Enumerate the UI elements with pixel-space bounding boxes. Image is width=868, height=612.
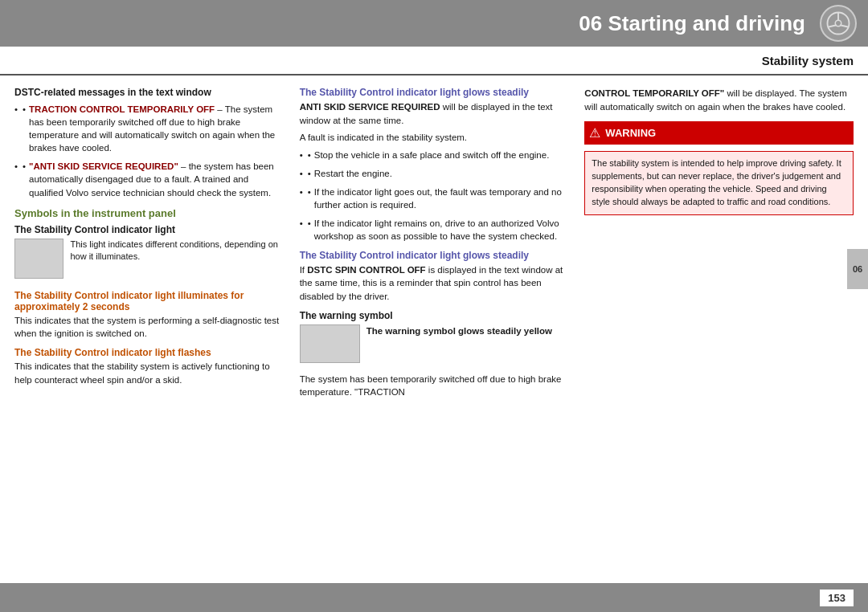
system-off-text: The system has been temporarily switched… — [300, 373, 569, 399]
spin-heading: The Stability Control indicator light gl… — [300, 250, 569, 261]
steering-wheel-icon — [820, 5, 857, 42]
middle-column: The Stability Control indicator light gl… — [292, 87, 577, 572]
warning-symbol-glows: The warning symbol glows steadily yellow — [366, 324, 552, 337]
stability-bullet-4: •If the indicator light remains on, driv… — [300, 217, 569, 243]
main-content: DSTC-related messages in the text window… — [0, 75, 868, 583]
flashes-body: This indicates that the stability system… — [14, 360, 284, 386]
antiskid-line: ANTI SKID SERVICE REQUIRED will be displ… — [300, 100, 569, 127]
svg-line-3 — [829, 25, 837, 27]
symbols-heading: Symbols in the instrument panel — [14, 207, 284, 219]
dstc-bullet-list: • TRACTION CONTROL TEMPORARILY OFF – The… — [14, 103, 284, 199]
warning-symbol-heading: The warning symbol — [300, 310, 569, 321]
dstc-heading: DSTC-related messages in the text window — [14, 87, 284, 98]
stability-bullet-list: •Stop the vehicle in a safe place and sw… — [300, 149, 569, 243]
dstc-bullet-2: • "ANTI SKID SERVICE REQUIRED" – the sys… — [14, 160, 284, 198]
stability-bullet-3: •If the indicator light goes out, the fa… — [300, 186, 569, 211]
page-header: 06 Starting and driving — [0, 0, 868, 47]
stability-glows-heading: The Stability Control indicator light gl… — [300, 87, 569, 98]
dstc-bullet-1: • TRACTION CONTROL TEMPORARILY OFF – The… — [14, 103, 284, 154]
illuminates-heading: The Stability Control indicator light il… — [14, 290, 284, 312]
control-temp-text: CONTROL TEMPORARILY OFF" will be display… — [584, 87, 854, 113]
warning-container: ⚠ WARNING The stability system is intend… — [584, 121, 854, 215]
page-footer: 153 — [0, 583, 868, 612]
chapter-side-tab: 06 — [847, 249, 868, 289]
section-title: Stability system — [762, 54, 854, 67]
section-title-bar: Stability system — [0, 47, 868, 75]
fault-text: A fault is indicated in the stability sy… — [300, 131, 569, 145]
warning-symbol-image — [300, 324, 360, 363]
stability-control-heading: The Stability Control indicator light — [14, 224, 284, 235]
warning-label: WARNING — [605, 127, 656, 139]
page-number: 153 — [820, 590, 854, 606]
spin-body: If DSTC SPIN CONTROL OFF is displayed in… — [300, 263, 569, 304]
flashes-heading: The Stability Control indicator light fl… — [14, 347, 284, 358]
svg-line-4 — [840, 25, 848, 27]
chapter-title: 06 Starting and driving — [0, 11, 854, 36]
stability-bullet-1: •Stop the vehicle in a safe place and sw… — [300, 149, 569, 161]
control-temp-bold: CONTROL TEMPORARILY OFF" — [584, 88, 724, 98]
illuminates-body: This indicates that the system is perfor… — [14, 314, 284, 341]
indicator-desc: This light indicates different condition… — [70, 239, 283, 263]
warning-triangle-icon: ⚠ — [589, 125, 600, 141]
left-column: DSTC-related messages in the text window… — [14, 87, 292, 572]
warning-symbol-row: The warning symbol glows steadily yellow — [300, 324, 569, 368]
indicator-image-row: This light indicates different condition… — [14, 239, 284, 284]
indicator-light-image — [14, 239, 63, 279]
stability-bullet-2: •Restart the engine. — [300, 167, 569, 180]
warning-content: The stability system is intended to help… — [584, 151, 854, 215]
warning-title-bar: ⚠ WARNING — [584, 121, 854, 145]
antiskid-bold: ANTI SKID SERVICE REQUIRED — [300, 102, 440, 112]
right-column: CONTROL TEMPORARILY OFF" will be display… — [576, 87, 854, 572]
